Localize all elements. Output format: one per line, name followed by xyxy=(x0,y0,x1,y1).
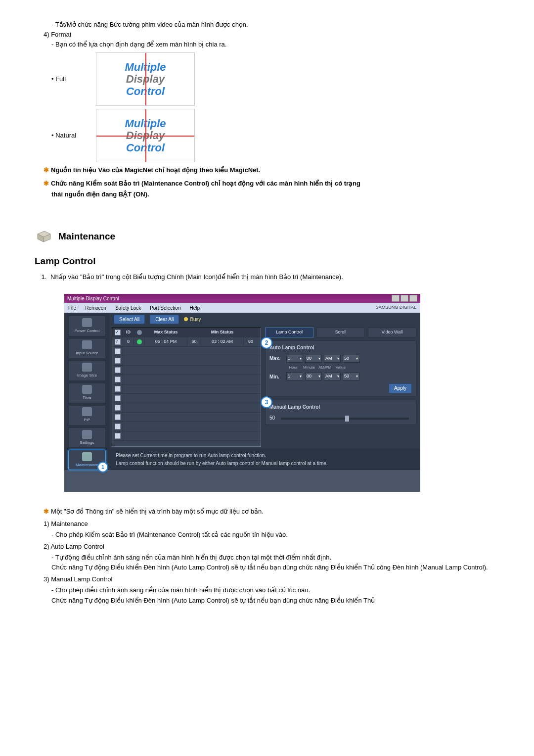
col-minv xyxy=(244,328,258,337)
slider-knob-icon[interactable] xyxy=(345,416,349,422)
star-icon: ✱ xyxy=(44,180,49,187)
window-close-icon[interactable] xyxy=(409,295,417,302)
menu-remocon[interactable]: Remocon xyxy=(85,304,106,312)
clear-all-button[interactable]: Clear All xyxy=(150,315,179,325)
item-2-auto-lamp: 2) Auto Lamp Control xyxy=(44,542,499,552)
right-panels: Lamp Control Scroll Video Wall 2 Auto La… xyxy=(265,328,416,447)
toolbar: Select All Clear All Busy xyxy=(110,313,420,326)
heading-maintenance: Maintenance xyxy=(58,229,115,243)
thumb-full: Multiple Display Control xyxy=(96,52,195,106)
apply-button[interactable]: Apply xyxy=(389,383,412,393)
sidebar-item-settings[interactable]: Settings xyxy=(68,427,106,448)
min-minute-select[interactable]: 00 xyxy=(305,373,322,380)
grid-row-empty xyxy=(112,413,261,422)
grid-header: ID Max Status Min Status xyxy=(112,328,261,337)
sidebar-item-time[interactable]: Time xyxy=(68,383,106,403)
callout-1-badge: 1 xyxy=(97,462,108,472)
text-videowall-dash: - Tắt/Mở chức năng Bức tường phim video … xyxy=(51,20,499,30)
tab-scroll[interactable]: Scroll xyxy=(316,328,365,337)
row-checkbox[interactable] xyxy=(115,339,121,345)
row-max: Max. 1 00 AM 50 xyxy=(269,355,412,363)
sidebar-item-maintenance[interactable]: Maintenance 1 xyxy=(68,450,106,470)
window-title: Multiple Display Control xyxy=(67,295,119,303)
sidebar-item-image-size[interactable]: Image Size xyxy=(68,361,106,381)
footer-line2: Lamp control function should be run by e… xyxy=(116,460,414,468)
max-ampm-select[interactable]: AM xyxy=(324,355,341,363)
window-max-icon[interactable] xyxy=(400,295,408,302)
grid-row[interactable]: 0 05 : 04 PM 60 03 : 02 AM 60 xyxy=(112,337,261,347)
row-checkbox[interactable] xyxy=(115,395,121,401)
menu-file[interactable]: File xyxy=(68,304,76,312)
row-checkbox[interactable] xyxy=(115,377,121,382)
note-maintenance-on: ✱Chức năng Kiểm soát Bảo trì (Maintenanc… xyxy=(44,179,499,189)
grid-row-empty xyxy=(112,394,261,403)
row-checkbox[interactable] xyxy=(115,386,121,392)
tab-video-wall[interactable]: Video Wall xyxy=(368,328,416,337)
row-checkbox[interactable] xyxy=(115,358,121,364)
menu-safety-lock[interactable]: Safety Lock xyxy=(115,304,141,312)
menu-port-selection[interactable]: Port Selection xyxy=(150,304,180,312)
grid-row-empty xyxy=(112,431,261,441)
window-titlebar: Multiple Display Control xyxy=(64,294,420,303)
col-id: ID xyxy=(123,328,134,337)
option-full-label: Full xyxy=(51,74,96,84)
menu-help[interactable]: Help xyxy=(189,304,200,312)
min-value-select[interactable]: 50 xyxy=(343,373,359,380)
max-minute-select[interactable]: 00 xyxy=(305,355,322,363)
sidebar-item-pip[interactable]: PIP xyxy=(68,405,106,425)
min-hour-select[interactable]: 1 xyxy=(286,373,303,380)
sidebar-item-power-control[interactable]: Power Control xyxy=(68,316,106,336)
grid-row-empty xyxy=(112,384,261,394)
manual-slider[interactable] xyxy=(281,418,409,420)
busy-dot-icon xyxy=(184,317,188,321)
window-buttons xyxy=(392,295,417,302)
sidebar-item-input-source[interactable]: Input Source xyxy=(68,338,106,359)
note-magicnet-text: Nguồn tín hiệu Vào của MagicNet chỉ hoạt… xyxy=(51,166,260,174)
row-checkbox[interactable] xyxy=(115,348,121,354)
sidebar: Power Control Input Source Image Size Ti… xyxy=(64,313,110,470)
busy-label: Busy xyxy=(190,316,201,324)
row-checkbox[interactable] xyxy=(115,433,121,439)
step-1: Nhấp vào "Bảo trì" trong cột Biểu tượng … xyxy=(48,272,499,282)
min-ampm-select[interactable]: AM xyxy=(324,373,341,380)
row-checkbox[interactable] xyxy=(115,414,121,420)
col-min-status: Min Status xyxy=(201,328,244,337)
select-all-button[interactable]: Select All xyxy=(114,315,145,325)
status-footer: Please set Current time in program to ru… xyxy=(110,449,420,470)
grid-row-empty xyxy=(112,347,261,356)
max-hour-select[interactable]: 1 xyxy=(286,355,303,363)
info-grid-note-text: Một "Sơ đồ Thông tin" sẽ hiển thị và trì… xyxy=(51,508,264,515)
grid-row-empty xyxy=(112,403,261,413)
star-icon: ✱ xyxy=(44,166,49,174)
sidebar-item-label: PIP xyxy=(84,417,90,423)
sidebar-item-label: Power Control xyxy=(75,328,100,334)
sublabel-ampm: AM/PM xyxy=(318,365,332,371)
panel-title: Manual Lamp Control xyxy=(269,403,412,411)
status-dot-icon xyxy=(137,330,142,335)
option-natural-label: Natural xyxy=(51,131,96,141)
row-checkbox[interactable] xyxy=(115,405,121,411)
section-maintenance: Maintenance xyxy=(35,229,499,244)
tab-lamp-control[interactable]: Lamp Control xyxy=(265,328,313,337)
busy-indicator: Busy xyxy=(184,316,201,324)
grid-row-empty xyxy=(112,356,261,366)
grid-row-empty xyxy=(112,366,261,375)
box-icon xyxy=(35,229,53,244)
checkbox-icon[interactable] xyxy=(115,330,121,335)
item-2-dash: - Tự động điều chỉnh ánh sáng nền của mà… xyxy=(51,553,499,563)
window-min-icon[interactable] xyxy=(392,295,400,302)
col-max-status: Max Status xyxy=(145,328,187,337)
display-grid: ID Max Status Min Status 0 05 : 04 PM 60 xyxy=(112,328,261,447)
sublabel-minute: Minute xyxy=(302,365,316,371)
cell-max-status: 05 : 04 PM xyxy=(145,337,187,346)
max-value-select[interactable]: 50 xyxy=(343,355,359,363)
manual-value: 50 xyxy=(269,414,275,422)
row-checkbox[interactable] xyxy=(115,424,121,429)
sidebar-item-label: Image Size xyxy=(77,373,97,378)
item-1-maintenance: 1) Maintenance xyxy=(44,519,499,529)
sidebar-item-label: Maintenance xyxy=(76,462,98,468)
brand-label: SAMSUNG DIGITAL xyxy=(376,304,416,311)
cell-id: 0 xyxy=(123,337,134,346)
grid-row-empty xyxy=(112,422,261,431)
row-checkbox[interactable] xyxy=(115,367,121,373)
